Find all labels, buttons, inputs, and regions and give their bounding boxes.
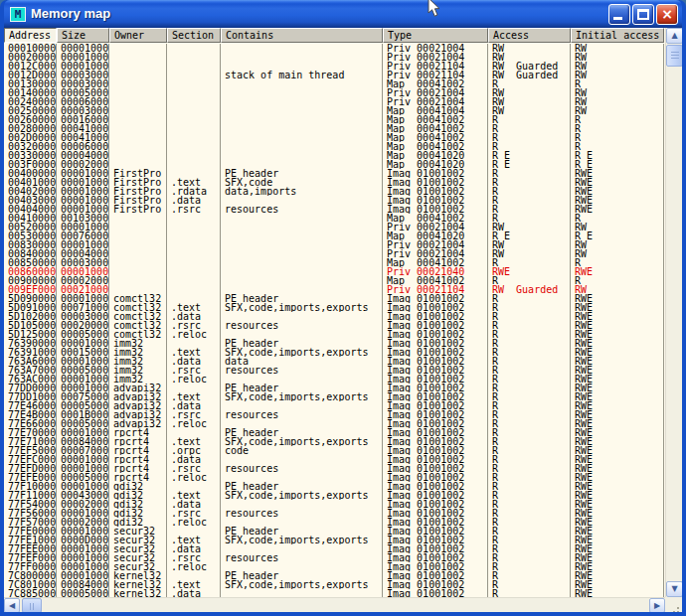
table-row[interactable]: 7C80100000084000kernel32.textSFX,code,im…	[4, 580, 664, 589]
cell	[221, 500, 383, 509]
table-row[interactable]: 77FEF00000001000secur32.rsrcresourcesIma…	[4, 553, 664, 562]
table-row[interactable]: 0040000000001000FirstProPE headerImag 01…	[4, 169, 664, 178]
table-row[interactable]: 7C80000000001000kernel32PE headerImag 01…	[4, 571, 664, 580]
table-row[interactable]: 77F1000000001000gdi32PE headerImag 01001…	[4, 482, 664, 491]
table-row[interactable]: 0002000000001000Priv 00021004RWRW	[4, 53, 664, 62]
table-row[interactable]: 0085000000003000Map 00041002RR	[4, 258, 664, 267]
table-row[interactable]: 77F1100000043000gdi32.textSFX,code,impor…	[4, 491, 664, 500]
table-row[interactable]: 77F5600000001000gdi32.rsrcresourcesImag …	[4, 509, 664, 518]
table-row[interactable]: 77EFC00000001000rpcrt4.dataImag 01001002…	[4, 455, 664, 464]
table-row[interactable]: 77E6600000005000advapi32.relocImag 01001…	[4, 419, 664, 428]
cell: 0012C000	[4, 62, 57, 71]
table-row[interactable]: 5D10200000003000comctl32.dataImag 010010…	[4, 312, 664, 321]
resize-grip[interactable]	[665, 597, 682, 612]
header-cell-owner[interactable]: Owner	[109, 28, 167, 43]
table-row[interactable]: 0001000000001000Priv 00021004RWRW	[4, 44, 664, 53]
cell	[167, 384, 221, 392]
vertical-scroll-thumb[interactable]	[666, 45, 682, 67]
header-cell-access[interactable]: Access	[488, 28, 571, 43]
header-cell-section[interactable]: Section	[167, 28, 221, 43]
horizontal-scroll-thumb[interactable]	[22, 598, 42, 612]
minimize-button[interactable]	[608, 4, 630, 25]
cell: advapi32	[109, 419, 167, 428]
table-row[interactable]: 0040400000001000FirstPro.rsrcresourcesIm…	[4, 205, 664, 214]
table-row[interactable]: 0040200000001000FirstPro.rdatadata,impor…	[4, 187, 664, 196]
table-row[interactable]: 0040100000001000FirstPro.textSFX,codeIma…	[4, 178, 664, 187]
table-row[interactable]: 763AC00000001000imm32.relocImag 01001002…	[4, 375, 664, 384]
table-row[interactable]: 77FE000000001000secur32PE headerImag 010…	[4, 527, 664, 536]
close-button[interactable]: ×	[656, 4, 678, 25]
table-row[interactable]: 0090000000002000Map 00041002RR	[4, 276, 664, 285]
table-row[interactable]: 77EFD00000001000rpcrt4.rsrcresourcesImag…	[4, 464, 664, 473]
header-cell-size[interactable]: Size	[57, 28, 109, 43]
table-row[interactable]: 0013000000003000Map 00041002RR	[4, 79, 664, 88]
header-cell-type[interactable]: Type	[383, 28, 488, 43]
table-row[interactable]: 0033000000004000Map 00041020R ER E	[4, 151, 664, 160]
table-row[interactable]: 77EF500000007000rpcrt4.orpccodeImag 0100…	[4, 446, 664, 455]
table-row[interactable]: 77E7100000084000rpcrt4.textSFX,code,impo…	[4, 437, 664, 446]
horizontal-scroll-track[interactable]	[42, 598, 649, 612]
cell: RWE	[571, 366, 664, 375]
table-row[interactable]: 0014000000005000Priv 00021004RWRW	[4, 88, 664, 97]
table-row[interactable]: 77E7000000001000rpcrt4PE headerImag 0100…	[4, 428, 664, 437]
table-row[interactable]: 0086000000001000Priv 00021040RWERWE	[4, 267, 664, 276]
table-row[interactable]: 009EF00000021000Priv 00021104RW GuardedR…	[4, 285, 664, 294]
maximize-button[interactable]	[632, 4, 654, 25]
title-bar[interactable]: M Memory map ×	[4, 0, 682, 28]
table-row[interactable]: 7639100000015000imm32.textSFX,code,impor…	[4, 348, 664, 357]
scroll-down-button[interactable]: ▼	[666, 581, 682, 597]
scroll-up-button[interactable]: ▲	[666, 28, 682, 44]
cell: RWE	[571, 437, 664, 446]
table-row[interactable]: 003F000000002000Map 00041020R ER E	[4, 160, 664, 169]
table-row[interactable]: 0052000000001000Priv 00021004RWRW	[4, 223, 664, 231]
table-row[interactable]: 0040300000001000FirstPro.dataImag 010010…	[4, 196, 664, 205]
table-row[interactable]: 0025000000003000Map 00041004RWRW	[4, 106, 664, 115]
table-row[interactable]: 002D000000041000Map 00041002RR	[4, 133, 664, 142]
table-row[interactable]: 77E4600000005000advapi32.dataImag 010010…	[4, 401, 664, 410]
table-row[interactable]: 5D12500000005000comctl32.relocImag 01001…	[4, 330, 664, 339]
table-row[interactable]: 0041000000103000Map 00041002RR	[4, 214, 664, 223]
cell: Imag 01001002	[383, 527, 488, 536]
table-row[interactable]: 77FEE00000001000secur32.dataImag 0100100…	[4, 544, 664, 553]
table-row[interactable]: 0024000000006000Priv 00021004RWRW	[4, 97, 664, 106]
table-row[interactable]: 77DD100000075000advapi32.textSFX,code,im…	[4, 392, 664, 401]
table-row[interactable]: 763A600000001000imm32.datadataImag 01001…	[4, 357, 664, 366]
table-row[interactable]: 0083000000001000Priv 00021004RWRW	[4, 240, 664, 249]
table-row[interactable]: 763A700000005000imm32.rsrcresourcesImag …	[4, 366, 664, 375]
table-row[interactable]: 0012D00000003000stack of main threadPriv…	[4, 71, 664, 79]
cell	[221, 115, 383, 124]
horizontal-scrollbar[interactable]: ◀ ▶	[4, 597, 665, 612]
scroll-left-button[interactable]: ◀	[4, 598, 20, 612]
cell: Priv 00021004	[383, 44, 488, 53]
table-row[interactable]: 0012C00000001000Priv 00021104RW GuardedR…	[4, 62, 664, 71]
table-row[interactable]: 77FF000000001000secur32.relocImag 010010…	[4, 562, 664, 571]
scroll-right-button[interactable]: ▶	[649, 598, 665, 612]
table-row[interactable]: 77FE10000000D000secur32.textSFX,code,imp…	[4, 536, 664, 544]
table-row[interactable]: 0084000000004000Priv 00021004RWRW	[4, 249, 664, 258]
header-cell-contains[interactable]: Contains	[221, 28, 383, 43]
table-row[interactable]: 77EFE00000005000rpcrt4.relocImag 0100100…	[4, 473, 664, 482]
table-row[interactable]: 5D10500000020000comctl32.rsrcresourcesIm…	[4, 321, 664, 330]
cell: RW	[488, 44, 571, 53]
cell: R	[488, 473, 571, 482]
cell: 002D0000	[4, 133, 57, 142]
table-row[interactable]: 7639000000001000imm32PE headerImag 01001…	[4, 339, 664, 348]
table-row[interactable]: 77F5700000002000gdi32.relocImag 01001002…	[4, 518, 664, 527]
cell: imm32	[109, 348, 167, 357]
vertical-scrollbar[interactable]: ▲ ▼	[665, 28, 682, 597]
table-row[interactable]: 77DD000000001000advapi32PE headerImag 01…	[4, 384, 664, 392]
header-cell-address[interactable]: Address	[4, 28, 57, 43]
cell	[221, 88, 383, 97]
header-cell-initial-access[interactable]: Initial access	[571, 28, 664, 43]
table-row[interactable]: 77F5400000002000gdi32.dataImag 01001002R…	[4, 500, 664, 509]
table-row[interactable]: 7C88500000005000kernel32.dataImag 010010…	[4, 589, 664, 597]
table-row[interactable]: 77E4B0000001B000advapi32.rsrcresourcesIm…	[4, 410, 664, 419]
table-row[interactable]: 5D09100000071000comctl32.textSFX,code,im…	[4, 303, 664, 312]
table-row[interactable]: 0053000000076000Map 00041020R ER E	[4, 231, 664, 240]
table-row[interactable]: 0026000000016000Map 00041002RR	[4, 115, 664, 124]
table-row[interactable]: 0028000000041000Map 00041002RR	[4, 124, 664, 133]
cell: PE header	[221, 384, 383, 392]
table-row[interactable]: 5D09000000001000comctl32PE headerImag 01…	[4, 294, 664, 303]
table-row[interactable]: 0032000000006000Map 00041002RR	[4, 142, 664, 151]
cell: 7C800000	[4, 571, 57, 580]
